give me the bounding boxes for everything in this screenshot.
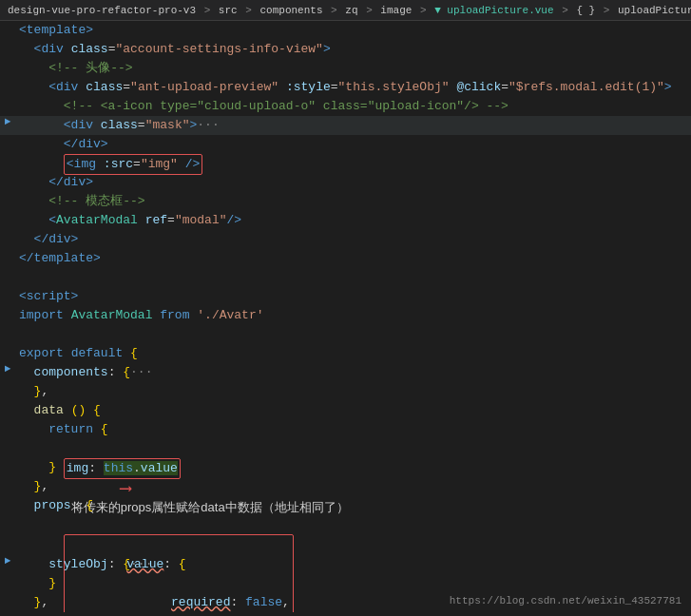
code-content: return {: [15, 420, 691, 439]
code-content: <template>: [15, 21, 691, 40]
breadcrumb-item: zq: [345, 5, 357, 16]
code-content: <div class="ant-upload-preview" :style="…: [15, 78, 691, 97]
code-line: <!-- 头像-->: [0, 59, 691, 78]
code-line-components: ► components: {···: [0, 363, 691, 382]
code-line: return {: [0, 420, 691, 439]
code-line-img: <img :src="img" />: [0, 154, 691, 173]
code-content: <AvatarModal ref="modal"/>: [15, 211, 691, 230]
code-content: </div>: [15, 173, 691, 192]
code-content: data () {: [15, 401, 691, 420]
code-line-props-value: value: { required: false, type: String }…: [0, 515, 691, 555]
code-content: components: {···: [15, 363, 691, 382]
code-content: <img :src="img" />: [15, 154, 691, 175]
code-content: <div class="mask">···: [15, 116, 691, 135]
code-line: }: [0, 574, 691, 593]
breadcrumb-item: components: [259, 5, 322, 16]
code-content: },: [15, 382, 691, 401]
code-content: <!-- 头像-->: [15, 59, 691, 78]
code-line: }: [0, 458, 691, 477]
breadcrumb-file: ▼ uploadPicture.vue: [434, 5, 553, 16]
code-content: <!-- <a-icon type="cloud-upload-o" class…: [15, 97, 691, 116]
code-content: </div>: [15, 230, 691, 249]
code-content: props: {: [15, 496, 691, 515]
code-line: <div class="account-settings-info-view">: [0, 40, 691, 59]
code-content: styleObj: {···: [15, 555, 691, 574]
code-line: <div class="ant-upload-preview" :style="…: [0, 78, 691, 97]
breadcrumb-bar: design-vue-pro-refactor-pro-v3 > src > c…: [0, 0, 691, 21]
code-line: },: [0, 382, 691, 401]
code-content: <script>: [15, 287, 691, 306]
breadcrumb-sep: >: [204, 5, 217, 16]
code-content: <!-- 模态框-->: [15, 192, 691, 211]
code-content: [15, 325, 691, 344]
breadcrumb-sep: >: [420, 5, 432, 16]
breadcrumb-sep: >: [604, 5, 616, 16]
breadcrumb-sep: >: [366, 5, 378, 16]
code-line-styleobj: ► styleObj: {···: [0, 555, 691, 574]
code-line: <!-- <a-icon type="cloud-upload-o" class…: [0, 97, 691, 116]
code-content: [15, 268, 691, 287]
code-line: </div>: [0, 230, 691, 249]
code-content: }: [15, 574, 691, 593]
breadcrumb-item: design-vue-pro-refactor-pro-v3: [8, 5, 196, 16]
gutter-arrow: ►: [0, 116, 15, 127]
code-line: data () {: [0, 401, 691, 420]
code-content: </template>: [15, 249, 691, 268]
code-content: <div class="account-settings-info-view">: [15, 40, 691, 59]
code-content: import AvatarModal from './Avatr': [15, 306, 691, 325]
code-line: export default {: [0, 344, 691, 363]
breadcrumb-item: image: [380, 5, 412, 16]
code-line: <AvatarModal ref="modal"/>: [0, 211, 691, 230]
code-line: },: [0, 477, 691, 496]
breadcrumb-item: src: [219, 5, 238, 16]
code-line: [0, 325, 691, 344]
code-content: }: [15, 458, 691, 477]
breadcrumb-item: uploadPicture.vue: [618, 5, 691, 16]
code-line: </div>: [0, 135, 691, 154]
code-line: </template>: [0, 249, 691, 268]
code-line-mask: ► <div class="mask">···: [0, 116, 691, 135]
code-line-import: import AvatarModal from './Avatr': [0, 306, 691, 325]
gutter-arrow: ►: [0, 363, 15, 375]
code-line: <script>: [0, 287, 691, 306]
code-line: </div>: [0, 173, 691, 192]
breadcrumb-sep: >: [562, 5, 574, 16]
code-content: </div>: [15, 135, 691, 154]
watermark: https://blog.csdn.net/weixin_43527781: [450, 595, 681, 606]
code-line: [0, 268, 691, 287]
code-content: },: [15, 477, 691, 496]
breadcrumb-sep: >: [331, 5, 343, 16]
code-line: <template>: [0, 21, 691, 40]
code-line: props: {: [0, 496, 691, 515]
code-line-img-value: img: this.value ⟶ 将传来的props属性赋给data中数据（地…: [0, 439, 691, 458]
code-line: <!-- 模态框-->: [0, 192, 691, 211]
gutter-arrow: ►: [0, 555, 15, 567]
breadcrumb-sep: >: [245, 5, 258, 16]
code-content: export default {: [15, 344, 691, 363]
editor: <template> <div class="account-settings-…: [0, 21, 691, 612]
breadcrumb-item: { }: [576, 5, 595, 16]
